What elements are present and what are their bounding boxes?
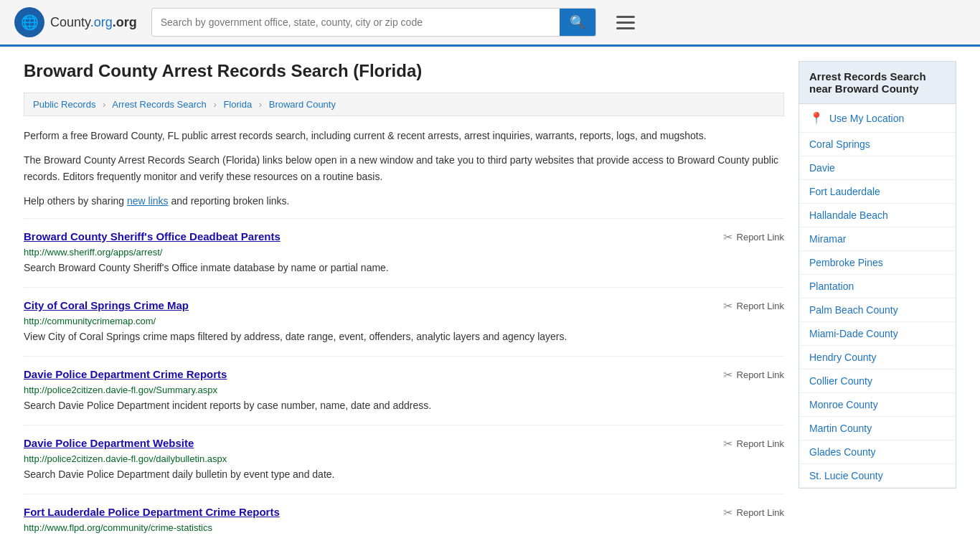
results-list: Broward County Sheriff's Office Deadbeat… (24, 218, 784, 547)
sidebar-link-st-lucie-county[interactable]: St. Lucie County (799, 464, 956, 488)
page-title: Broward County Arrest Records Search (Fl… (24, 61, 784, 81)
report-link-btn[interactable]: ✂ Report Link (723, 506, 784, 519)
main-layout: Broward County Arrest Records Search (Fl… (9, 61, 971, 547)
result-header: Davie Police Department Crime Reports ✂ … (24, 368, 784, 382)
sidebar-link-miami-dade-county[interactable]: Miami-Dade County (799, 322, 956, 346)
result-header: City of Coral Springs Crime Map ✂ Report… (24, 299, 784, 313)
description-2: The Broward County Arrest Records Search… (24, 152, 784, 184)
breadcrumb: Public Records › Arrest Records Search ›… (24, 93, 784, 116)
result-url: http://police2citizen.davie-fl.gov/daily… (24, 453, 784, 464)
result-title-link[interactable]: Fort Lauderdale Police Department Crime … (24, 506, 280, 518)
report-icon: ✂ (723, 299, 732, 313)
sidebar-list: 📍 Use My Location Coral Springs Davie Fo… (798, 104, 956, 489)
breadcrumb-sep-1: › (103, 99, 105, 110)
sidebar-link-monroe-county[interactable]: Monroe County (799, 393, 956, 417)
sidebar-link-palm-beach-county[interactable]: Palm Beach County (799, 298, 956, 322)
sidebar-link-pembroke-pines[interactable]: Pembroke Pines (799, 251, 956, 275)
breadcrumb-florida[interactable]: Florida (223, 99, 252, 110)
new-links-link[interactable]: new links (127, 195, 169, 207)
menu-line-2 (616, 22, 635, 24)
site-header: 🌐 County.org.org 🔍 (0, 0, 980, 47)
result-item: City of Coral Springs Crime Map ✂ Report… (24, 287, 784, 356)
sidebar-link-davie[interactable]: Davie (799, 156, 956, 180)
sidebar-link-hallandale-beach[interactable]: Hallandale Beach (799, 204, 956, 227)
report-icon: ✂ (723, 506, 732, 519)
search-box: 🔍 (151, 8, 596, 37)
result-header: Fort Lauderdale Police Department Crime … (24, 506, 784, 519)
result-desc: Search Broward County Sheriff's Office i… (24, 260, 784, 276)
sidebar-link-hendry-county[interactable]: Hendry County (799, 346, 956, 369)
report-icon: ✂ (723, 437, 732, 451)
result-header: Broward County Sheriff's Office Deadbeat… (24, 230, 784, 244)
result-title-link[interactable]: Davie Police Department Website (24, 437, 194, 449)
result-item: Broward County Sheriff's Office Deadbeat… (24, 218, 784, 287)
content-area: Broward County Arrest Records Search (Fl… (24, 61, 784, 547)
report-icon: ✂ (723, 368, 732, 382)
result-url: http://www.sheriff.org/apps/arrest/ (24, 247, 784, 258)
logo-link[interactable]: 🌐 County.org.org (14, 7, 137, 37)
result-title-link[interactable]: City of Coral Springs Crime Map (24, 299, 189, 311)
report-link-btn[interactable]: ✂ Report Link (723, 299, 784, 313)
menu-button[interactable] (611, 13, 641, 32)
description-1: Perform a free Broward County, FL public… (24, 128, 784, 143)
result-desc: Search Davie Police Department daily bul… (24, 467, 784, 482)
result-url: http://www.flpd.org/community/crime-stat… (24, 522, 784, 533)
result-header: Davie Police Department Website ✂ Report… (24, 437, 784, 451)
search-input[interactable] (152, 11, 560, 34)
breadcrumb-sep-2: › (213, 99, 216, 110)
sidebar-link-miramar[interactable]: Miramar (799, 227, 956, 251)
result-title-link[interactable]: Broward County Sheriff's Office Deadbeat… (24, 230, 281, 242)
result-url: http://police2citizen.davie-fl.gov/Summa… (24, 385, 784, 395)
sidebar-link-martin-county[interactable]: Martin County (799, 417, 956, 441)
result-url: http://communitycrimemap.com/ (24, 316, 784, 326)
result-item: Davie Police Department Website ✂ Report… (24, 425, 784, 494)
breadcrumb-broward[interactable]: Broward County (269, 99, 336, 110)
report-icon: ✂ (723, 230, 732, 244)
use-my-location-button[interactable]: 📍 Use My Location (799, 104, 956, 133)
sidebar-link-plantation[interactable]: Plantation (799, 275, 956, 298)
report-link-btn[interactable]: ✂ Report Link (723, 230, 784, 244)
breadcrumb-arrest-records[interactable]: Arrest Records Search (112, 99, 207, 110)
search-button[interactable]: 🔍 (560, 9, 595, 36)
menu-line-3 (616, 27, 635, 29)
result-title-link[interactable]: Davie Police Department Crime Reports (24, 368, 227, 380)
sidebar-title: Arrest Records Search near Broward Count… (798, 61, 956, 104)
breadcrumb-public-records[interactable]: Public Records (33, 99, 95, 110)
menu-line-1 (616, 16, 635, 18)
result-item: Davie Police Department Crime Reports ✂ … (24, 356, 784, 425)
result-item: Fort Lauderdale Police Department Crime … (24, 494, 784, 547)
sidebar-link-fort-lauderdale[interactable]: Fort Lauderdale (799, 180, 956, 204)
breadcrumb-sep-3: › (259, 99, 262, 110)
description-3: Help others by sharing new links and rep… (24, 193, 784, 209)
report-link-btn[interactable]: ✂ Report Link (723, 368, 784, 382)
location-pin-icon: 📍 (809, 111, 824, 125)
logo-text: County.org.org (50, 15, 137, 30)
result-desc: View City of Coral Springs crime maps fi… (24, 329, 784, 344)
report-link-btn[interactable]: ✂ Report Link (723, 437, 784, 451)
result-desc: Search Davie Police Department incident … (24, 398, 784, 413)
sidebar-link-collier-county[interactable]: Collier County (799, 369, 956, 393)
sidebar-link-glades-county[interactable]: Glades County (799, 441, 956, 464)
sidebar: Arrest Records Search near Broward Count… (798, 61, 956, 547)
logo-icon: 🌐 (14, 7, 44, 37)
sidebar-link-coral-springs[interactable]: Coral Springs (799, 133, 956, 156)
